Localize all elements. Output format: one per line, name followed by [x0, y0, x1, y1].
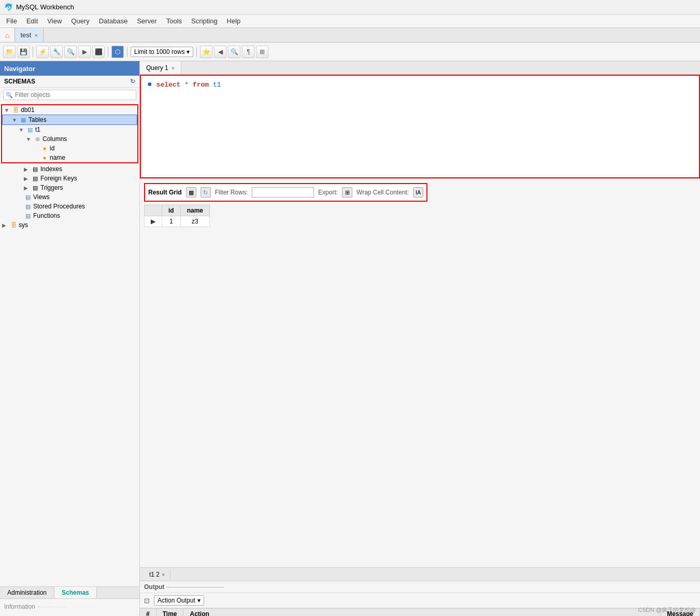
- tables-label: Tables: [28, 116, 135, 123]
- menu-scripting[interactable]: Scripting: [187, 16, 222, 26]
- columns-label: Columns: [42, 135, 135, 143]
- export-label: Export:: [318, 189, 338, 196]
- toolbar-save[interactable]: 💾: [17, 46, 30, 58]
- tables-icon: ▦: [19, 116, 27, 123]
- limit-selector[interactable]: Limit to 1000 rows ▾: [131, 47, 193, 57]
- menu-bar: File Edit View Query Database Server Too…: [0, 15, 700, 28]
- functions-icon: ▤: [24, 212, 32, 219]
- tree-functions[interactable]: ▤ Functions: [0, 211, 139, 220]
- header-action: Action: [183, 609, 661, 616]
- home-icon: ⌂: [5, 31, 9, 39]
- tree-triggers[interactable]: ▶ ▤ Triggers: [0, 183, 139, 192]
- fk-label: Foreign Keys: [40, 175, 137, 182]
- sidebar-tab-bar: Administration Schemas: [0, 587, 139, 599]
- views-icon: ▤: [24, 193, 32, 201]
- fk-arrow: ▶: [24, 176, 30, 181]
- menu-edit[interactable]: Edit: [22, 16, 42, 26]
- toolbar-execute[interactable]: ▶: [78, 46, 91, 58]
- filter-rows-input[interactable]: [252, 187, 314, 198]
- toolbar-find[interactable]: 🔍: [228, 46, 240, 58]
- administration-tab[interactable]: Administration: [0, 587, 54, 598]
- query-editor[interactable]: ● select * from t1: [140, 75, 700, 178]
- schemas-tab[interactable]: Schemas: [54, 587, 97, 598]
- toolbar-open[interactable]: 📁: [3, 46, 16, 58]
- query-table: t1: [213, 81, 221, 89]
- home-tab[interactable]: ⌂: [0, 28, 15, 42]
- data-row-1: ▶ 1 z3: [145, 216, 210, 227]
- t1-2-close[interactable]: ×: [162, 571, 165, 578]
- row-arrow: ▶: [151, 218, 155, 225]
- toolbar-format[interactable]: ¶: [242, 46, 254, 58]
- query-1-tab[interactable]: Query 1 ×: [140, 61, 181, 74]
- result-grid-btn-2[interactable]: ↻: [201, 187, 211, 198]
- action-output-dropdown[interactable]: Action Output ▾: [154, 595, 204, 606]
- toolbar-run[interactable]: ⚡: [36, 46, 49, 58]
- menu-help[interactable]: Help: [223, 16, 245, 26]
- tree-stored-procedures[interactable]: ▤ Stored Procedures: [0, 202, 139, 211]
- limit-dropdown-arrow[interactable]: ▾: [187, 48, 190, 55]
- db01-label: db01: [21, 106, 135, 114]
- toolbar-back[interactable]: ◀: [214, 46, 226, 58]
- query-tab-bar: Query 1 ×: [140, 61, 700, 75]
- action-table-header: # Time Action Message: [140, 608, 700, 616]
- tree-sys[interactable]: ▶ 🗄 sys: [0, 220, 139, 230]
- col-arrow-header: [145, 205, 162, 216]
- toolbar-search[interactable]: 🔍: [64, 46, 77, 58]
- views-label: Views: [33, 193, 137, 201]
- sys-icon: 🗄: [9, 221, 18, 229]
- name-diamond-icon: ◆: [40, 154, 49, 161]
- schemas-refresh-icon[interactable]: ↻: [130, 78, 135, 85]
- toolbar-more[interactable]: ⊞: [256, 46, 268, 58]
- toolbar-bookmark[interactable]: ⭐: [200, 46, 212, 58]
- triggers-label: Triggers: [40, 184, 137, 191]
- name-label: name: [50, 154, 135, 161]
- tables-arrow: ▼: [12, 117, 18, 123]
- indexes-icon: ▤: [31, 165, 39, 173]
- tree-indexes[interactable]: ▶ ▤ Indexes: [0, 164, 139, 174]
- query-star: *: [184, 81, 193, 89]
- output-label: Output: [144, 583, 164, 591]
- tree-col-name[interactable]: ◆ name: [2, 153, 137, 162]
- result-table: id name ▶ 1 z3: [144, 205, 210, 227]
- tree-views[interactable]: ▤ Views: [0, 192, 139, 202]
- tree-fk[interactable]: ▶ ▤ Foreign Keys: [0, 174, 139, 183]
- menu-database[interactable]: Database: [95, 16, 132, 26]
- menu-query[interactable]: Query: [67, 16, 93, 26]
- tree-t1[interactable]: ▼ ▤ t1: [2, 125, 137, 134]
- filter-input[interactable]: [15, 91, 134, 99]
- toolbar-sep-3: [127, 47, 127, 57]
- info-section: Information ·················: [0, 599, 139, 614]
- query-tab-close[interactable]: ×: [172, 65, 175, 71]
- menu-tools[interactable]: Tools: [162, 16, 186, 26]
- output-icon: ⊡: [144, 597, 150, 605]
- result-grid-header: Result Grid ▦ ↻ Filter Rows: Export: ⊞ W…: [144, 183, 427, 202]
- action-dropdown-arrow: ▾: [197, 597, 201, 604]
- toolbar-active[interactable]: ⬡: [111, 46, 124, 58]
- title-bar: 🐬 MySQL Workbench: [0, 0, 700, 15]
- t1-label: t1: [35, 126, 135, 133]
- schemas-label: SCHEMAS: [4, 78, 35, 85]
- main-tab-bar: ⌂ test ×: [0, 28, 700, 43]
- wrap-btn[interactable]: IA: [413, 187, 423, 198]
- tree-db01[interactable]: ▼ 🗄 db01: [2, 105, 137, 115]
- t1-arrow: ▼: [19, 127, 25, 133]
- toolbar-stop[interactable]: ⬛: [92, 46, 105, 58]
- menu-file[interactable]: File: [2, 16, 21, 26]
- test-tab-close[interactable]: ×: [34, 32, 37, 38]
- export-btn[interactable]: ⊞: [342, 187, 352, 198]
- test-tab[interactable]: test ×: [15, 28, 43, 42]
- menu-server[interactable]: Server: [133, 16, 161, 26]
- header-hash: #: [140, 609, 156, 616]
- main-content: Query 1 × ● select * from t1 Result Grid…: [140, 61, 700, 616]
- t1-2-tab[interactable]: t1 2 ×: [144, 569, 170, 580]
- id-label: id: [50, 145, 135, 152]
- limit-label: Limit to 1000 rows: [134, 48, 184, 55]
- tree-columns[interactable]: ▼ ⊛ Columns: [2, 134, 137, 144]
- result-grid-btn-1[interactable]: ▦: [186, 187, 196, 198]
- filter-box[interactable]: 🔍: [3, 90, 136, 100]
- tree-col-id[interactable]: ◆ id: [2, 144, 137, 153]
- toolbar-explain[interactable]: 🔧: [50, 46, 63, 58]
- menu-view[interactable]: View: [43, 16, 66, 26]
- indexes-label: Indexes: [40, 165, 137, 173]
- tree-tables[interactable]: ▼ ▦ Tables: [2, 115, 137, 125]
